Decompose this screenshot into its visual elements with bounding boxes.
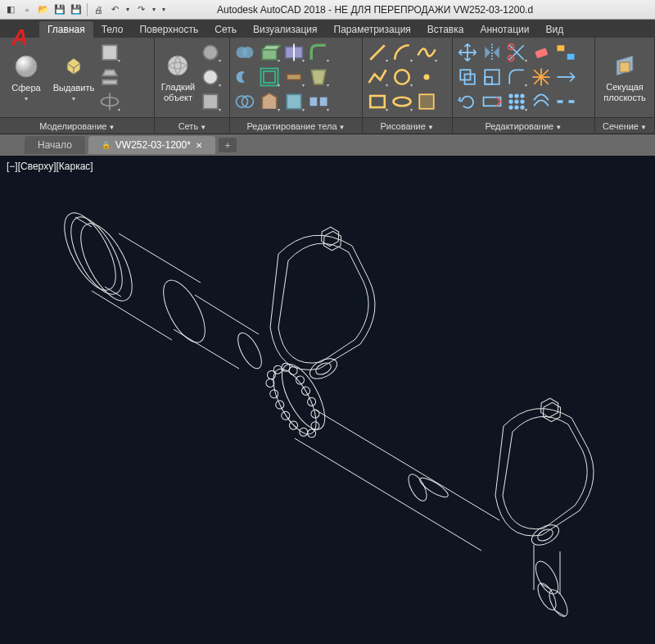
svg-point-35 <box>508 93 513 98</box>
close-icon[interactable]: ✕ <box>196 141 202 150</box>
shell-icon[interactable]: ▾ <box>258 90 281 113</box>
doc-tab-label: Начало <box>38 139 72 151</box>
thicken-icon[interactable]: ▾ <box>282 66 305 88</box>
undo-dropdown-icon[interactable]: ▾ <box>124 2 132 17</box>
drawing-viewport[interactable]: [−][Сверху][Каркас] <box>0 156 655 644</box>
taper-face-icon[interactable]: ▾ <box>307 66 330 88</box>
tab-home[interactable]: Главная <box>39 21 93 38</box>
app-menu-icon[interactable]: ◧ <box>3 2 18 17</box>
slice-icon[interactable]: ▾ <box>282 41 305 64</box>
panel-mesh: Гладкий объект ▾ ▾ ▾ Сеть▼ <box>155 38 230 134</box>
offset-face-icon[interactable]: ▾ <box>258 66 281 88</box>
redo-icon[interactable]: ↷ <box>133 2 148 17</box>
array-icon[interactable]: ▾ <box>505 90 528 113</box>
mesh-more-icon[interactable]: ▾ <box>199 41 222 64</box>
scale-icon[interactable] <box>481 66 504 88</box>
extrude-button[interactable]: Выдавить ▼ <box>51 41 97 114</box>
save-icon[interactable]: 💾 <box>52 2 67 17</box>
intersect-icon[interactable] <box>233 90 256 113</box>
section-plane-button[interactable]: Секущая плоскость <box>599 41 651 114</box>
svg-point-95 <box>534 580 559 612</box>
tab-mesh[interactable]: Сеть <box>206 21 245 38</box>
tab-insert[interactable]: Вставка <box>419 21 472 38</box>
new-icon[interactable]: ▫ <box>20 2 34 17</box>
ellipse-icon[interactable]: ▾ <box>391 90 413 113</box>
add-tab-button[interactable]: ＋ <box>219 138 237 152</box>
extrude-icon <box>61 53 87 79</box>
mesh-less-icon[interactable]: ▾ <box>199 66 222 88</box>
svg-point-42 <box>514 105 518 109</box>
panel-title-editing[interactable]: Редактирование▼ <box>453 117 595 134</box>
svg-rect-44 <box>535 48 548 58</box>
doc-tab-active[interactable]: 🔒 VW252-03-1200* ✕ <box>88 136 215 154</box>
sphere-icon <box>13 53 39 79</box>
separate-icon[interactable]: ▾ <box>307 90 330 113</box>
svg-rect-18 <box>287 75 301 80</box>
explode-icon[interactable] <box>530 66 553 88</box>
polysolid-icon[interactable]: ▾ <box>98 41 121 64</box>
svg-point-38 <box>508 99 513 103</box>
lengthen-icon[interactable] <box>554 66 577 88</box>
redo-dropdown-icon[interactable]: ▾ <box>150 2 158 17</box>
fillet-edge-icon[interactable]: ▾ <box>307 41 330 64</box>
polyline-icon[interactable]: ▾ <box>366 66 389 88</box>
arc-icon[interactable]: ▾ <box>391 41 413 64</box>
tab-parametric[interactable]: Параметризация <box>326 21 419 38</box>
extrude-face-icon[interactable]: ▾ <box>258 41 281 64</box>
panel-editing: ▾ ▾ ▾ Редактирование▼ <box>453 38 596 134</box>
circle-icon[interactable]: ▾ <box>391 66 413 88</box>
svg-rect-46 <box>567 54 574 60</box>
revolve-icon[interactable]: ▾ <box>98 90 121 113</box>
panel-title-drawing[interactable]: Рисование▼ <box>363 117 452 134</box>
saveas-icon[interactable]: 💾 <box>69 2 84 17</box>
panel-title-section[interactable]: Сечение▼ <box>595 117 654 134</box>
svg-rect-45 <box>557 45 564 51</box>
point-icon[interactable] <box>415 66 438 88</box>
tab-visualize[interactable]: Визуализация <box>245 21 326 38</box>
move-icon[interactable] <box>456 41 479 64</box>
autocad-logo-icon[interactable]: A <box>3 21 36 54</box>
ribbon: Сфера ▼ Выдавить ▼ ▾ ▾ Моделирование▼ <box>0 38 655 134</box>
line-icon[interactable]: ▾ <box>366 41 389 64</box>
svg-marker-91 <box>537 396 562 420</box>
rotate-icon[interactable] <box>456 90 479 113</box>
spline-icon[interactable]: ▾ <box>415 41 438 64</box>
svg-point-56 <box>155 274 213 348</box>
trim-icon[interactable]: ▾ <box>505 41 528 64</box>
align-icon[interactable] <box>554 41 577 64</box>
svg-line-22 <box>370 45 385 60</box>
doc-tab-start[interactable]: Начало <box>25 136 85 154</box>
tab-view[interactable]: Вид <box>537 21 571 38</box>
panel-title-mesh[interactable]: Сеть▼ <box>155 117 229 134</box>
qat-customize-icon[interactable]: ▾ <box>160 2 168 17</box>
panel-title-solid-edit[interactable]: Редактирование тела▼ <box>230 117 362 134</box>
break-icon[interactable] <box>554 90 577 113</box>
svg-marker-82 <box>320 229 346 253</box>
tab-annotate[interactable]: Аннотации <box>472 21 537 38</box>
imprint-icon[interactable]: ▾ <box>282 90 305 113</box>
erase-icon[interactable] <box>530 41 553 64</box>
mirror-icon[interactable] <box>481 41 504 64</box>
svg-point-3 <box>168 56 187 75</box>
svg-point-37 <box>520 93 524 98</box>
offset-icon[interactable] <box>530 90 553 113</box>
plot-icon[interactable]: 🖨 <box>91 2 106 17</box>
smooth-button[interactable]: Гладкий объект <box>158 41 197 114</box>
rectangle-icon[interactable]: ▾ <box>366 90 389 113</box>
copy-icon[interactable] <box>456 66 479 88</box>
open-icon[interactable]: 📂 <box>36 2 51 17</box>
svg-line-58 <box>92 291 172 340</box>
undo-icon[interactable]: ↶ <box>107 2 122 17</box>
viewport-controls[interactable]: [−][Сверху][Каркас] <box>7 161 93 172</box>
stretch-icon[interactable] <box>481 90 504 113</box>
panel-title-modeling[interactable]: Моделирование▼ <box>0 117 154 134</box>
region-icon[interactable] <box>415 90 438 113</box>
subtract-icon[interactable] <box>233 66 256 88</box>
svg-point-69 <box>295 374 306 386</box>
tab-surface[interactable]: Поверхность <box>131 21 206 38</box>
union-icon[interactable] <box>233 41 256 64</box>
mesh-refine-icon[interactable]: ▾ <box>199 90 222 113</box>
presspull-icon[interactable] <box>98 66 121 88</box>
fillet-icon[interactable]: ▾ <box>505 66 528 88</box>
tab-solid[interactable]: Тело <box>93 21 132 38</box>
